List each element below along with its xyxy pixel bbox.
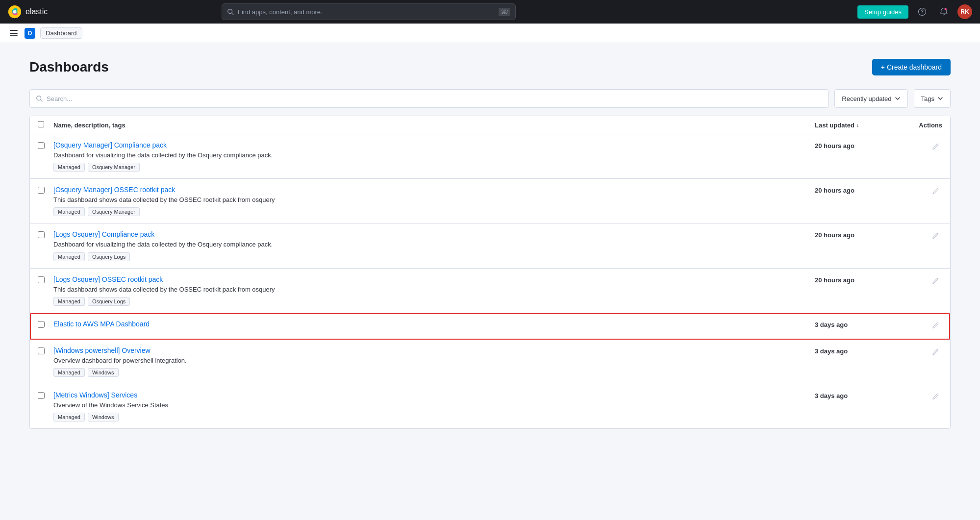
- edit-button-3[interactable]: [929, 231, 942, 243]
- pencil-icon: [932, 393, 939, 400]
- row-checkbox-3[interactable]: [38, 231, 45, 238]
- row-actions: [903, 230, 942, 243]
- hamburger-menu-button[interactable]: [8, 28, 20, 38]
- tag-badge: Windows: [88, 413, 119, 421]
- row-actions: [903, 320, 942, 332]
- bell-icon: [939, 7, 948, 16]
- tag-badge: Osquery Logs: [88, 252, 130, 261]
- row-title-link[interactable]: [Metrics Windows] Services: [53, 391, 137, 399]
- pencil-icon: [932, 348, 939, 356]
- svg-point-8: [922, 14, 922, 14]
- sort-recently-updated-button[interactable]: Recently updated: [834, 89, 907, 108]
- nav-right-controls: Setup guides RK: [857, 4, 972, 20]
- row-title-link[interactable]: [Osquery Manager] Compliance pack: [53, 141, 167, 149]
- row-content: [Logs Osquery] OSSEC rootkit pack This d…: [53, 275, 815, 306]
- table-row: [Windows powershell] Overview Overview d…: [30, 340, 950, 384]
- row-tags: ManagedOsquery Logs: [53, 252, 815, 261]
- hamburger-line: [10, 33, 18, 34]
- row-updated: 3 days ago: [815, 320, 903, 328]
- tag-badge: Osquery Manager: [88, 207, 140, 216]
- row-tags: ManagedWindows: [53, 413, 815, 421]
- create-dashboard-button[interactable]: + Create dashboard: [872, 59, 951, 75]
- row-updated: 20 hours ago: [815, 186, 903, 194]
- tags-filter-button[interactable]: Tags: [914, 89, 951, 108]
- row-updated: 20 hours ago: [815, 230, 903, 239]
- user-avatar-button[interactable]: RK: [957, 4, 972, 19]
- global-search-bar[interactable]: ⌘/: [222, 3, 516, 20]
- global-search-input[interactable]: [238, 8, 495, 16]
- svg-line-6: [232, 13, 234, 15]
- row-content: [Windows powershell] Overview Overview d…: [53, 347, 815, 377]
- filter-row: Recently updated Tags: [29, 89, 951, 108]
- row-description: Overview of the Windows Service States: [53, 401, 815, 410]
- table-row: [Metrics Windows] Services Overview of t…: [30, 384, 950, 428]
- row-title-link[interactable]: [Logs Osquery] OSSEC rootkit pack: [53, 275, 163, 283]
- edit-button-5[interactable]: [929, 321, 942, 332]
- row-description: Dashboard for visualizing the data colle…: [53, 151, 815, 160]
- row-checkbox-2[interactable]: [38, 187, 45, 194]
- row-updated: 20 hours ago: [815, 275, 903, 284]
- row-title-link[interactable]: [Logs Osquery] Compliance pack: [53, 230, 154, 238]
- row-title-link[interactable]: Elastic to AWS MPA Dashboard: [53, 320, 150, 328]
- elastic-logo-text: elastic: [25, 7, 48, 16]
- svg-point-9: [945, 8, 947, 11]
- chevron-down-icon: [895, 96, 901, 101]
- main-content: Dashboards + Create dashboard Recently u…: [0, 43, 980, 520]
- setup-guides-button[interactable]: Setup guides: [857, 5, 908, 19]
- pencil-icon: [932, 277, 939, 285]
- page-title: Dashboards: [29, 59, 109, 75]
- hamburger-line: [10, 35, 18, 36]
- edit-button-7[interactable]: [929, 392, 942, 403]
- row-actions: [903, 186, 942, 198]
- row-actions: [903, 141, 942, 153]
- row-actions: [903, 275, 942, 288]
- svg-point-4: [13, 10, 17, 14]
- page-header: Dashboards + Create dashboard: [29, 59, 951, 75]
- row-checkbox-col: [38, 275, 53, 285]
- edit-button-1[interactable]: [929, 142, 942, 153]
- chevron-down-icon: [937, 96, 943, 101]
- row-checkbox-5[interactable]: [38, 321, 45, 328]
- table-body: [Osquery Manager] Compliance pack Dashbo…: [30, 134, 950, 428]
- row-checkbox-1[interactable]: [38, 142, 45, 149]
- row-tags: ManagedOsquery Logs: [53, 297, 815, 306]
- edit-button-6[interactable]: [929, 347, 942, 359]
- row-description: This dashboard shows data collected by t…: [53, 196, 815, 204]
- list-search-container[interactable]: [29, 89, 829, 108]
- notifications-icon-button[interactable]: [936, 4, 952, 20]
- row-description: Overview dashboard for powershell integr…: [53, 356, 815, 365]
- help-icon-button[interactable]: [914, 4, 930, 20]
- row-checkbox-7[interactable]: [38, 392, 45, 399]
- row-content: [Osquery Manager] Compliance pack Dashbo…: [53, 141, 815, 172]
- col-header-updated: Last updated ↓: [815, 122, 903, 129]
- breadcrumb-label[interactable]: Dashboard: [40, 27, 82, 39]
- tag-badge: Windows: [88, 368, 119, 377]
- row-tags: ManagedOsquery Manager: [53, 207, 815, 216]
- col-header-name: Name, description, tags: [53, 122, 815, 129]
- search-icon: [227, 8, 234, 15]
- tag-badge: Osquery Logs: [88, 297, 130, 306]
- row-description: This dashboard shows data collected by t…: [53, 285, 815, 294]
- pencil-icon: [932, 188, 939, 195]
- elastic-logo-icon: [8, 5, 22, 19]
- row-checkbox-4[interactable]: [38, 276, 45, 283]
- tag-badge: Managed: [53, 252, 85, 261]
- row-title-link[interactable]: [Osquery Manager] OSSEC rootkit pack: [53, 186, 175, 194]
- edit-button-2[interactable]: [929, 187, 942, 198]
- row-checkbox-6[interactable]: [38, 347, 45, 354]
- list-search-input[interactable]: [47, 95, 822, 102]
- edit-button-4[interactable]: [929, 276, 942, 288]
- select-all-checkbox[interactable]: [38, 121, 44, 127]
- tags-label: Tags: [921, 95, 934, 102]
- pencil-icon: [932, 232, 939, 240]
- row-title-link[interactable]: [Windows powershell] Overview: [53, 347, 151, 354]
- row-content: [Metrics Windows] Services Overview of t…: [53, 391, 815, 421]
- elastic-logo[interactable]: elastic: [8, 5, 48, 19]
- list-search-icon: [36, 95, 43, 102]
- sort-label: Recently updated: [842, 95, 891, 102]
- help-icon: [918, 7, 927, 16]
- breadcrumb-bar: D Dashboard: [0, 24, 980, 43]
- row-actions: [903, 391, 942, 403]
- row-checkbox-col: [38, 320, 53, 329]
- tag-badge: Managed: [53, 207, 85, 216]
